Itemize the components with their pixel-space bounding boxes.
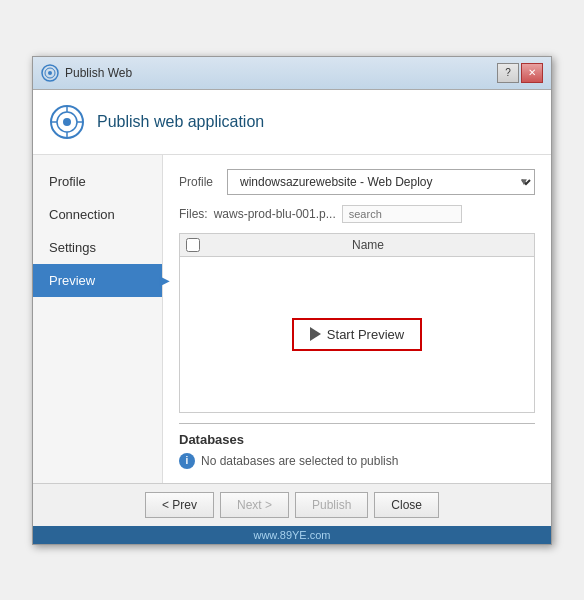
main-content: Profile windowsazurewebsite - Web Deploy… bbox=[163, 155, 551, 483]
watermark: www.89YE.com bbox=[33, 526, 551, 544]
sidebar-item-connection[interactable]: Connection bbox=[33, 198, 162, 231]
title-bar-controls: ? ✕ bbox=[497, 63, 543, 83]
sidebar-item-preview[interactable]: Preview bbox=[33, 264, 162, 297]
sidebar-item-profile[interactable]: Profile bbox=[33, 165, 162, 198]
publish-button[interactable]: Publish bbox=[295, 492, 368, 518]
title-bar-text: Publish Web bbox=[65, 66, 132, 80]
help-button[interactable]: ? bbox=[497, 63, 519, 83]
play-icon bbox=[310, 327, 321, 341]
window-footer: < Prev Next > Publish Close bbox=[33, 483, 551, 526]
close-window-button[interactable]: ✕ bbox=[521, 63, 543, 83]
window-body: Profile Connection Settings Preview Prof… bbox=[33, 155, 551, 483]
databases-info-text: No databases are selected to publish bbox=[201, 454, 398, 468]
databases-info: i No databases are selected to publish bbox=[179, 453, 535, 469]
svg-point-2 bbox=[48, 71, 52, 75]
publish-web-dialog: Publish Web ? ✕ Publish web application … bbox=[32, 56, 552, 545]
databases-section: Databases i No databases are selected to… bbox=[179, 423, 535, 469]
start-preview-button[interactable]: Start Preview bbox=[292, 318, 422, 351]
publish-icon bbox=[41, 64, 59, 82]
profile-select-wrapper: windowsazurewebsite - Web Deploy ▼ bbox=[227, 169, 535, 195]
databases-title: Databases bbox=[179, 432, 535, 447]
files-label: Files: bbox=[179, 207, 208, 221]
prev-button[interactable]: < Prev bbox=[145, 492, 214, 518]
header-title: Publish web application bbox=[97, 113, 264, 131]
title-bar: Publish Web ? ✕ bbox=[33, 57, 551, 90]
sidebar: Profile Connection Settings Preview bbox=[33, 155, 163, 483]
files-table: Name Start Preview bbox=[179, 233, 535, 413]
svg-point-5 bbox=[63, 118, 71, 126]
files-search-input[interactable] bbox=[342, 205, 462, 223]
start-preview-label: Start Preview bbox=[327, 327, 404, 342]
profile-row: Profile windowsazurewebsite - Web Deploy… bbox=[179, 169, 535, 195]
table-header: Name bbox=[180, 234, 534, 257]
sidebar-item-settings[interactable]: Settings bbox=[33, 231, 162, 264]
table-body: Start Preview bbox=[180, 257, 534, 412]
table-select-all-checkbox[interactable] bbox=[186, 238, 200, 252]
files-row: Files: waws-prod-blu-001.p... bbox=[179, 205, 535, 223]
next-button[interactable]: Next > bbox=[220, 492, 289, 518]
profile-label: Profile bbox=[179, 175, 219, 189]
info-icon: i bbox=[179, 453, 195, 469]
files-path: waws-prod-blu-001.p... bbox=[214, 207, 336, 221]
header-publish-icon bbox=[49, 104, 85, 140]
window-header: Publish web application bbox=[33, 90, 551, 155]
table-column-name: Name bbox=[208, 238, 528, 252]
close-button[interactable]: Close bbox=[374, 492, 439, 518]
profile-select[interactable]: windowsazurewebsite - Web Deploy bbox=[227, 169, 535, 195]
title-bar-left: Publish Web bbox=[41, 64, 132, 82]
